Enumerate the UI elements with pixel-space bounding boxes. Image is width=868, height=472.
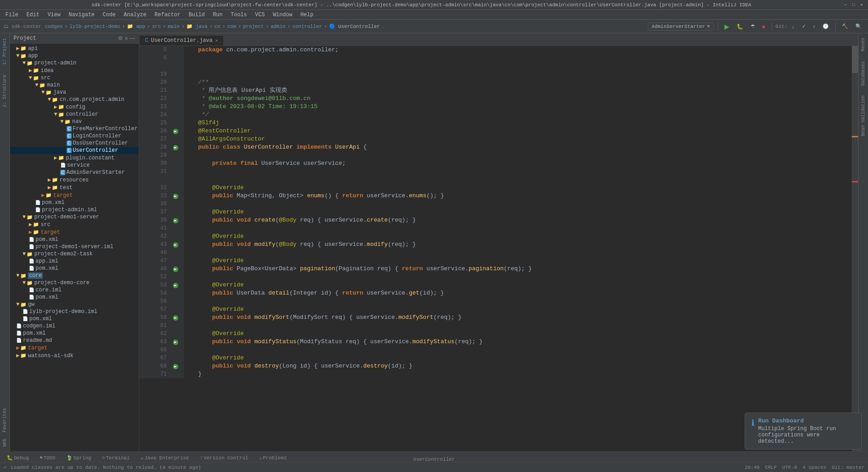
code-cell[interactable]: /** — [184, 78, 852, 86]
window-controls[interactable]: ─ □ ✕ — [843, 2, 864, 8]
code-cell[interactable] — [184, 249, 852, 257]
tree-item[interactable]: CLoginController — [10, 132, 139, 140]
code-cell[interactable]: private final UserService userService; — [184, 159, 852, 168]
code-cell[interactable] — [184, 176, 852, 184]
code-cell[interactable]: @Override — [184, 257, 852, 265]
code-cell[interactable]: public void modifySort(ModifySort req) {… — [184, 313, 852, 322]
code-cell[interactable] — [184, 224, 852, 232]
menu-item-refactor[interactable]: Refactor — [151, 11, 184, 19]
tree-item[interactable]: ▼📁main — [10, 82, 139, 89]
tab-usercontroller[interactable]: C UserController.java ✕ — [139, 35, 224, 45]
code-content[interactable]: 5 package cn.com.project.admin.controlle… — [139, 46, 852, 451]
tree-item[interactable]: CAdminServerStarter — [10, 169, 139, 176]
code-cell[interactable] — [184, 200, 852, 208]
vtab-web[interactable]: Web — [1, 436, 8, 449]
vtab-favorites[interactable]: Favorites — [1, 405, 8, 435]
tree-item[interactable]: 📄service — [10, 162, 139, 169]
minimize-button[interactable]: ─ — [843, 2, 848, 8]
code-cell[interactable]: package cn.com.project.admin.controller; — [184, 46, 852, 54]
code-cell[interactable]: } — [184, 370, 852, 378]
code-cell[interactable]: @Override — [184, 184, 852, 192]
vcs-update-button[interactable]: ↓ — [789, 23, 797, 30]
git-branch[interactable]: Git: master — [832, 465, 864, 470]
coverage-button[interactable]: ☂ — [748, 23, 758, 30]
run-button[interactable]: ▶ — [722, 22, 732, 31]
tree-item[interactable]: 📄pom.xml — [10, 265, 139, 272]
tree-item[interactable]: 📄pom.xml — [10, 236, 139, 243]
tree-item[interactable]: ▼📁gw — [10, 301, 139, 308]
tree-item[interactable]: ▼📁app — [10, 52, 139, 59]
menu-item-analyze[interactable]: Analyze — [120, 11, 150, 19]
code-cell[interactable]: public void create(@Body req) { userServ… — [184, 216, 852, 224]
scroll-thumb[interactable] — [852, 46, 858, 73]
code-cell[interactable] — [184, 70, 852, 78]
tree-item[interactable]: 📄core.iml — [10, 286, 139, 294]
menu-item-file[interactable]: File — [2, 11, 22, 19]
stop-button[interactable]: ■ — [760, 23, 768, 30]
vcs-commit-button[interactable]: ✓ — [799, 23, 809, 30]
menu-item-run[interactable]: Run — [209, 11, 226, 19]
tree-item[interactable]: ▼📁nav — [10, 118, 139, 125]
tree-item[interactable]: ▼📁core — [10, 272, 139, 279]
menu-item-build[interactable]: Build — [185, 11, 208, 19]
code-cell[interactable]: public UserData detail(Integer id) { ret… — [184, 289, 852, 297]
menu-item-view[interactable]: View — [44, 11, 64, 19]
tree-item[interactable]: 📄pom.xml — [10, 315, 139, 322]
tree-item[interactable]: ▶📁target — [10, 191, 139, 199]
menu-item-tools[interactable]: Tools — [227, 11, 251, 19]
right-panel-bean[interactable]: Bean Validation — [860, 93, 867, 139]
tree-item[interactable]: 📄pom.xml — [10, 330, 139, 337]
bottom-tab-terminal[interactable]: >Terminal — [97, 454, 135, 462]
scrollbar-area[interactable] — [852, 46, 858, 451]
cursor-position[interactable]: 28:49 — [745, 465, 760, 470]
bottom-tab-problems[interactable]: ⚠Problems — [254, 453, 291, 462]
run-config-selector[interactable]: AdminServerStarter ▼ — [648, 23, 714, 31]
code-cell[interactable]: public PageBox<UserData> pagination(Pagi… — [184, 265, 852, 273]
code-cell[interactable]: * @author songdewei@01lb.com.cn — [184, 95, 852, 103]
code-cell[interactable]: */ — [184, 111, 852, 119]
close-button[interactable]: ✕ — [859, 2, 864, 8]
tree-item[interactable]: 📄pom.xml — [10, 294, 139, 301]
code-cell[interactable] — [184, 322, 852, 330]
tree-item[interactable]: ▼📁project-demo-core — [10, 279, 139, 286]
code-cell[interactable]: * 用户信息表 UserApi 实现类 — [184, 86, 852, 95]
tree-item[interactable]: ▶📁config — [10, 103, 139, 111]
indent[interactable]: 4 spaces — [803, 465, 827, 470]
line-ending[interactable]: CRLF — [765, 465, 777, 470]
encoding[interactable]: UTF-8 — [782, 465, 797, 470]
menu-item-window[interactable]: Window — [269, 11, 296, 19]
menu-item-edit[interactable]: Edit — [23, 11, 43, 19]
tree-item[interactable]: CUserController — [10, 147, 139, 154]
code-cell[interactable]: public void modifyStatus(ModifyStatus re… — [184, 338, 852, 346]
code-cell[interactable]: public class UserController implements U… — [184, 143, 852, 151]
tree-item[interactable]: ▶📁idea — [10, 67, 139, 74]
tree-item[interactable]: 📄codgen.iml — [10, 322, 139, 330]
code-cell[interactable]: @Override — [184, 330, 852, 338]
tree-item[interactable]: ▶📁watsons-ai-sdk — [10, 352, 139, 359]
tree-item[interactable]: 📄pom.xml — [10, 199, 139, 206]
code-cell[interactable] — [184, 297, 852, 305]
tree-item[interactable]: ▶📁target — [10, 228, 139, 236]
tree-item[interactable]: COssUserController — [10, 140, 139, 147]
bottom-tab-java-enterprise[interactable]: ☕Java Enterprise — [136, 453, 194, 462]
menu-item-vcs[interactable]: VCS — [252, 11, 269, 19]
maximize-button[interactable]: □ — [851, 2, 856, 8]
tree-item[interactable]: ▶📁api — [10, 45, 139, 52]
tree-item[interactable]: 📄readme.md — [10, 337, 139, 344]
vcs-push-button[interactable]: ↑ — [810, 23, 818, 30]
code-cell[interactable]: @RestController — [184, 127, 852, 135]
vtab-structure[interactable]: 2: Structure — [1, 72, 8, 110]
tree-item[interactable]: ▶📁src — [10, 221, 139, 228]
code-cell[interactable]: @Override — [184, 232, 852, 241]
vtab-project[interactable]: 1: Project — [1, 35, 8, 68]
code-cell[interactable] — [184, 346, 852, 354]
code-cell[interactable] — [184, 168, 852, 176]
vcs-history-button[interactable]: 🕐 — [820, 23, 832, 30]
code-cell[interactable]: public void modify(@Body req) { userServ… — [184, 241, 852, 249]
bottom-tab-debug[interactable]: 🐛Debug — [2, 453, 34, 462]
tree-item[interactable]: 📄app.iml — [10, 258, 139, 265]
code-cell[interactable] — [184, 151, 852, 159]
tree-item[interactable]: ▼📁src — [10, 74, 139, 82]
code-cell[interactable] — [184, 273, 852, 281]
tree-item[interactable]: CFreeMarkerController — [10, 125, 139, 132]
